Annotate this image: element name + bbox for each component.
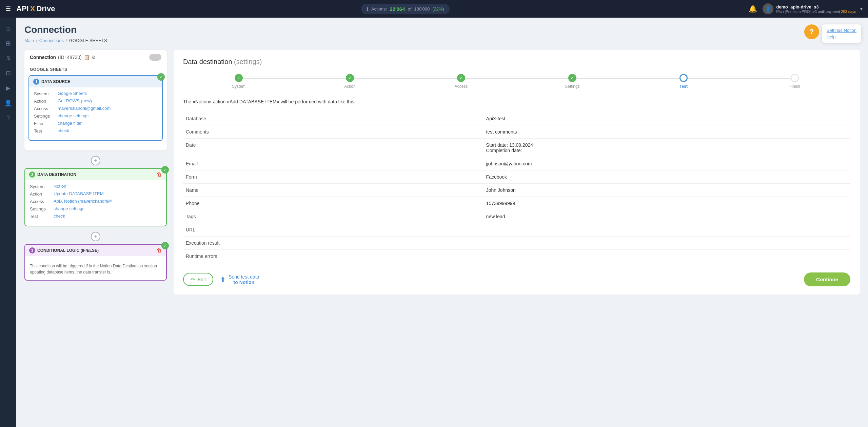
data-source-check: ✓ [157, 73, 165, 81]
row-label: Test [34, 128, 58, 134]
table-row: Commentstest comments [183, 125, 850, 139]
sidebar-item-home[interactable]: ⌂ [1, 22, 15, 35]
row-label: System [34, 91, 58, 96]
breadcrumb-connections[interactable]: Connections [39, 38, 64, 43]
help-links-panel: Settings Notion Help [822, 24, 861, 43]
row-value[interactable]: change filter [58, 121, 82, 126]
table-field: Runtime errors [183, 250, 484, 263]
step-action[interactable]: ✓Action [294, 74, 406, 89]
step-access[interactable]: ✓Access [406, 74, 517, 89]
actions-pct: (22%) [432, 6, 444, 12]
settings-notion-link[interactable]: Settings Notion [827, 28, 856, 33]
add-connector-1[interactable]: + [91, 156, 100, 165]
row-value[interactable]: Google Sheets [58, 91, 87, 96]
step-label: System [232, 84, 245, 89]
data-table: DatabaseApiX-testCommentstest commentsDa… [183, 112, 850, 263]
edit-button[interactable]: ✏ Edit [183, 273, 213, 286]
table-field: Name [183, 184, 484, 197]
row-value[interactable]: check [58, 128, 69, 133]
actions-of: of [408, 6, 411, 12]
row-value[interactable]: Notion [54, 184, 66, 189]
table-field: URL [183, 223, 484, 237]
hamburger-menu[interactable]: ☰ [5, 5, 11, 13]
data-source-title: 1 DATA SOURCE [33, 79, 71, 85]
breadcrumb: Main / Connections / GOOGLE SHEETS [24, 38, 860, 43]
step-label: Action [344, 84, 355, 89]
row-value[interactable]: change settings [58, 113, 88, 118]
sidebar: ⌂ ⊞ $ ⊡ ▶ 👤 ? [0, 18, 16, 427]
step-circle: ✓ [457, 74, 465, 82]
data-source-row: Settingschange settings [34, 113, 157, 119]
topnav-right: 🔔 👤 demo_apix-drive_s3 Plan |Premium PRO… [749, 3, 863, 14]
row-value[interactable]: change settings [54, 206, 84, 211]
data-destination-block: ✓ 2 DATA DESTINATION 🗑 SystemNotionActio… [24, 168, 167, 226]
row-label: Settings [34, 113, 58, 119]
delete-conditional-button[interactable]: 🗑 [157, 247, 162, 253]
row-label: Action [34, 98, 58, 104]
send-icon: ⬆ [220, 276, 226, 284]
data-source-row: Filterchange filter [34, 121, 157, 126]
conditional-header: 3 CONDITIONAL LOGIC (IF/ELSE) 🗑 [25, 245, 166, 256]
add-connector-2[interactable]: + [91, 232, 100, 241]
help-circle-button[interactable]: ? [804, 24, 819, 39]
logo: APIXDrive [16, 4, 55, 13]
table-row: Tagsnew lead [183, 210, 850, 223]
delete-destination-button[interactable]: 🗑 [157, 171, 162, 178]
data-source-block: ✓ 1 DATA SOURCE SystemGoogle SheetsActio… [28, 75, 163, 141]
step-circle: ✓ [235, 74, 243, 82]
step-settings[interactable]: ✓Settings [517, 74, 628, 89]
bell-icon[interactable]: 🔔 [749, 5, 757, 13]
row-label: System [30, 184, 54, 189]
conditional-check: ✓ [161, 242, 169, 249]
data-source-row: SystemGoogle Sheets [34, 91, 157, 96]
row-value[interactable]: ApiX Notion (maverickandrii@ [54, 199, 113, 204]
table-row: Execution result [183, 237, 850, 250]
row-label: Access [30, 199, 54, 204]
block-num-1: 1 [33, 79, 39, 85]
sidebar-item-tools[interactable]: ⊡ [1, 66, 15, 80]
sidebar-item-grid[interactable]: ⊞ [1, 37, 15, 50]
table-field: Execution result [183, 237, 484, 250]
sidebar-item-play[interactable]: ▶ [1, 81, 15, 95]
table-value [484, 237, 850, 250]
help-link[interactable]: Help [827, 34, 856, 39]
table-field: Form [183, 170, 484, 184]
settings-icon[interactable]: ⚙ [92, 55, 96, 60]
sidebar-item-help[interactable]: ? [1, 111, 15, 125]
breadcrumb-sep1: / [36, 38, 37, 43]
step-system[interactable]: ✓System [183, 74, 294, 89]
google-sheets-label: GOOGLE SHEETS [24, 65, 167, 75]
row-value[interactable]: check [54, 214, 65, 219]
row-label: Test [30, 214, 54, 219]
breadcrumb-main[interactable]: Main [24, 38, 34, 43]
connection-label: Connection [30, 55, 56, 60]
sidebar-item-billing[interactable]: $ [1, 52, 15, 65]
data-source-row: Testcheck [34, 128, 157, 134]
table-value: Start date: 13.09.2024Completion date: [484, 139, 850, 157]
copy-icon[interactable]: 📋 [84, 55, 90, 60]
row-value[interactable]: Get ROWS (new) [58, 98, 92, 103]
step-finish[interactable]: Finish [739, 74, 850, 89]
chevron-down-icon[interactable]: ▾ [860, 6, 863, 12]
table-value: test comments [484, 125, 850, 139]
user-avatar: 👤 [763, 3, 773, 14]
step-circle: ✓ [568, 74, 576, 82]
connection-id: (ID: 48730) [58, 55, 82, 60]
row-value[interactable]: maverickandrii@gmail.com [58, 106, 111, 111]
row-label: Filter [34, 121, 58, 126]
continue-button[interactable]: Continue [804, 272, 850, 286]
conditional-block: ✓ 3 CONDITIONAL LOGIC (IF/ELSE) 🗑 This c… [24, 244, 167, 281]
row-value[interactable]: Update DATABASE ITEM [54, 191, 104, 196]
conditional-title: 3 CONDITIONAL LOGIC (IF/ELSE) [29, 247, 99, 253]
user-plan: Plan |Premium PRO| left until payment 25… [776, 9, 856, 14]
table-field: Email [183, 157, 484, 170]
sidebar-item-user[interactable]: 👤 [1, 96, 15, 110]
data-source-row: Accessmaverickandrii@gmail.com [34, 106, 157, 111]
table-row: URL [183, 223, 850, 237]
connector-2: + [24, 232, 167, 241]
connection-toggle[interactable] [149, 54, 161, 61]
section-title: Data destination (settings) [183, 58, 850, 66]
send-test-button[interactable]: ⬆ Send test data to Notion [220, 274, 259, 285]
step-test[interactable]: Test [628, 74, 739, 89]
data-source-header: 1 DATA SOURCE [29, 76, 162, 87]
